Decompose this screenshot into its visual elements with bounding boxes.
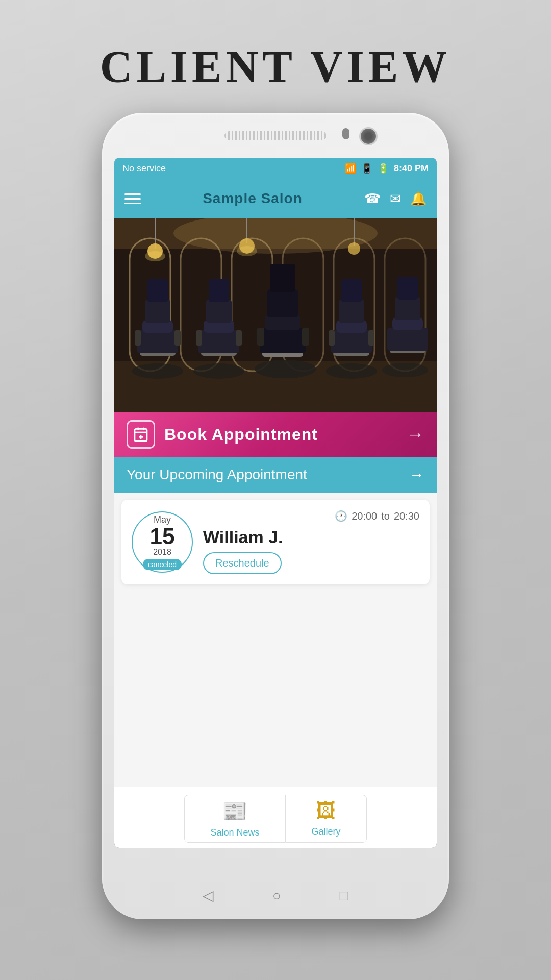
page-title: CLIENT VIEW [100,41,452,92]
appointment-details: 🕐 20:00 to 20:30 William J. Reschedule [203,510,419,574]
svg-rect-56 [114,218,437,412]
time-from: 20:00 [352,510,377,522]
battery-icon: 🔋 [378,163,389,174]
top-navigation: Sample Salon ☎ ✉ 🔔 [114,179,437,218]
phone-hardware-nav: ◁ ○ □ [173,887,378,904]
bottom-navigation: 📰 Salon News 🖼 Gallery [114,787,437,848]
app-title: Sample Salon [203,190,303,207]
salon-interior-svg [114,218,437,412]
svg-rect-57 [135,429,147,441]
book-appointment-label: Book Appointment [164,425,318,444]
calendar-plus-icon [127,420,155,449]
time-to: 20:30 [394,510,419,522]
phone-camera [359,127,378,145]
upcoming-label: Your Upcoming Appointment [127,467,307,483]
salon-news-label: Salon News [210,827,259,838]
time-separator: to [381,510,390,522]
tab-gallery[interactable]: 🖼 Gallery [286,795,367,843]
bell-icon[interactable]: 🔔 [410,191,427,207]
back-button[interactable]: ◁ [203,887,214,904]
salon-hero-image [114,218,437,412]
appointment-time: 🕐 20:00 to 20:30 [203,510,419,522]
signal-icon: 📱 [361,163,372,174]
phone-screen: No service 📶 📱 🔋 8:40 PM Sample Salon ☎ … [114,158,437,848]
nav-action-icons: ☎ ✉ 🔔 [364,191,427,207]
book-appointment-button[interactable]: Book Appointment → [114,412,437,457]
clock-icon: 🕐 [335,510,347,522]
appointment-day: 15 [150,525,175,548]
salon-news-icon: 📰 [222,799,247,823]
upcoming-appointment-bar[interactable]: Your Upcoming Appointment → [114,457,437,493]
time-display: 8:40 PM [394,163,429,174]
date-circle: May 15 2018 canceled [132,511,193,573]
gallery-icon: 🖼 [316,799,336,822]
book-button-content: Book Appointment [127,420,318,449]
appointment-year: 2018 [153,548,171,557]
tab-salon-news[interactable]: 📰 Salon News [184,795,285,843]
message-icon[interactable]: ✉ [390,191,401,207]
appointment-card: May 15 2018 canceled 🕐 20:00 to 20:30 Wi… [121,500,430,584]
gallery-label: Gallery [312,826,341,837]
phone-icon[interactable]: ☎ [364,191,381,207]
phone-sensor [342,128,349,139]
carrier-text: No service [122,163,166,174]
status-right: 📶 📱 🔋 8:40 PM [345,163,429,174]
reschedule-button[interactable]: Reschedule [203,552,282,574]
home-button[interactable]: ○ [272,888,281,904]
book-arrow-icon: → [406,424,424,445]
phone-frame: No service 📶 📱 🔋 8:40 PM Sample Salon ☎ … [102,113,449,919]
recent-apps-button[interactable]: □ [340,888,348,904]
appointment-status-badge: canceled [143,559,182,570]
upcoming-arrow-icon: → [409,466,424,483]
wifi-icon: 📶 [345,163,356,174]
phone-speaker [224,131,327,140]
menu-button[interactable] [124,193,141,204]
client-name: William J. [203,527,419,547]
status-bar: No service 📶 📱 🔋 8:40 PM [114,158,437,179]
